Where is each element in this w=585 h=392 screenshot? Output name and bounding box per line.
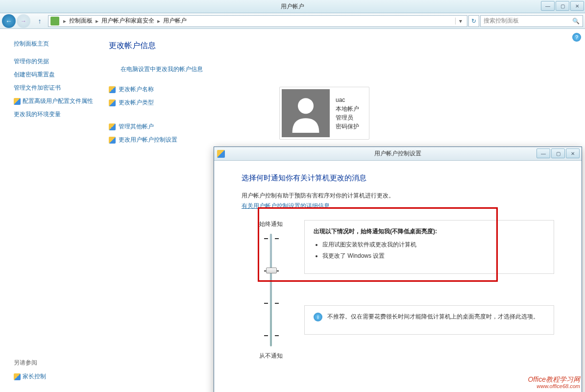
sidebar: 控制面板主页 管理你的凭据 创建密码重置盘 管理文件加密证书 配置高级用户配置文… [0, 29, 103, 392]
user-icon [289, 94, 323, 133]
watermark-line1: Office教程学习网 [528, 376, 580, 383]
search-icon: 🔍 [572, 18, 580, 24]
tick-3 [264, 335, 279, 336]
sidebar-link-env-vars[interactable]: 更改我的环境变量 [14, 108, 98, 121]
dialog-title: 用户帐户控制设置 [374, 149, 421, 158]
sidebar-footer: 另请参阅 家长控制 [14, 359, 46, 383]
close-button[interactable]: ✕ [570, 1, 584, 11]
bullet-1: 应用试图安装软件或更改我的计算机 [322, 241, 545, 249]
main: ? 控制面板主页 管理你的凭据 创建密码重置盘 管理文件加密证书 配置高级用户配… [0, 29, 585, 392]
sidebar-link-advanced-profile[interactable]: 配置高级用户配置文件属性 [14, 95, 98, 108]
search-input[interactable]: 搜索控制面板 🔍 [480, 15, 583, 27]
sidebar-heading[interactable]: 控制面板主页 [14, 40, 98, 48]
sidebar-link-credentials[interactable]: 管理你的凭据 [14, 55, 98, 68]
location-icon [50, 17, 59, 25]
titlebar: 用户帐户 — ▢ ✕ [0, 0, 585, 13]
watermark-line2: www.office68.com [528, 383, 580, 389]
sidebar-link-parental[interactable]: 家长控制 [14, 370, 46, 383]
shield-icon [217, 150, 225, 158]
bullet-2: 我更改了 Windows 设置 [322, 252, 545, 260]
desc-heading: 出现以下情况时，始终通知我(不降低桌面亮度): [314, 228, 437, 235]
crumb-sep: ▸ [95, 18, 99, 24]
breadcrumb-dropdown[interactable]: ▾ [455, 18, 465, 24]
user-pwd: 密码保护 [336, 122, 359, 131]
crumb-0[interactable]: 控制面板 [67, 17, 95, 25]
sidebar-link-encryption-cert[interactable]: 管理文件加密证书 [14, 81, 98, 95]
watermark: Office教程学习网 www.office68.com [528, 376, 580, 389]
slider-description-box: 出现以下情况时，始终通知我(不降低桌面亮度): 应用试图安装软件或更改我的计算机… [304, 220, 554, 274]
dialog-window-controls: — ▢ ✕ [536, 148, 580, 158]
desc-column: 出现以下情况时，始终通知我(不降低桌面亮度): 应用试图安装软件或更改我的计算机… [300, 220, 554, 366]
user-tile: uac 本地帐户 管理员 密码保护 [279, 87, 369, 140]
slider-track-wrap[interactable] [270, 233, 272, 347]
dialog-minimize-button[interactable]: — [536, 148, 550, 158]
slider-area: 始终通知 从不通知 出现以下情况时，始终通知我(不降 [242, 220, 554, 366]
user-role: 管理员 [336, 113, 359, 122]
desc-bullets: 应用试图安装软件或更改我的计算机 我更改了 Windows 设置 [322, 241, 545, 260]
link-pc-settings[interactable]: 在电脑设置中更改我的帐户信息 [121, 63, 573, 76]
see-also-label: 另请参阅 [14, 359, 46, 367]
user-name: uac [336, 96, 359, 104]
dialog-body: 选择何时通知你有关计算机更改的消息 用户帐户控制有助于预防有害程序对你的计算机进… [214, 161, 582, 366]
dialog-close-button[interactable]: ✕ [566, 148, 580, 158]
tick-2 [264, 303, 279, 304]
search-placeholder: 搜索控制面板 [484, 17, 519, 25]
up-button[interactable]: ↑ [34, 16, 45, 26]
page-title: 更改帐户信息 [109, 41, 573, 51]
user-info: uac 本地帐户 管理员 密码保护 [336, 96, 359, 131]
window-title: 用户帐户 [281, 2, 304, 11]
info-text: 不推荐。仅在需要花费很长时间才能降低计算机上的桌面亮度时，才选择此选项。 [327, 313, 539, 327]
crumb-sep: ▸ [62, 18, 67, 24]
tick-0 [264, 238, 279, 239]
dialog-desc: 用户帐户控制有助于预防有害程序对你的计算机进行更改。 [242, 192, 554, 200]
navbar: ← → ↑ ▸ 控制面板 ▸ 用户帐户和家庭安全 ▸ 用户帐户 ▾ ↻ 搜索控制… [0, 13, 585, 29]
svg-point-0 [298, 98, 314, 114]
window-controls: — ▢ ✕ [541, 1, 584, 11]
avatar [282, 89, 330, 137]
breadcrumb[interactable]: ▸ 控制面板 ▸ 用户帐户和家庭安全 ▸ 用户帐户 ▾ [48, 15, 467, 27]
user-type: 本地帐户 [336, 104, 359, 113]
slider-label-top: 始终通知 [242, 220, 300, 228]
refresh-button[interactable]: ↻ [468, 15, 479, 27]
uac-dialog: 用户帐户控制设置 — ▢ ✕ 选择何时通知你有关计算机更改的消息 用户帐户控制有… [214, 147, 582, 392]
slider-thumb[interactable] [266, 268, 277, 273]
dialog-heading: 选择何时通知你有关计算机更改的消息 [242, 173, 554, 183]
dialog-help-link[interactable]: 有关用户帐户控制设置的详细信息 [242, 202, 330, 209]
forward-button[interactable]: → [17, 14, 30, 28]
crumb-1[interactable]: 用户帐户和家庭安全 [99, 17, 156, 25]
minimize-button[interactable]: — [541, 1, 555, 11]
slider-column: 始终通知 从不通知 [242, 220, 300, 366]
dialog-maximize-button[interactable]: ▢ [551, 148, 565, 158]
slider-track [270, 234, 272, 346]
crumb-2[interactable]: 用户帐户 [161, 17, 189, 25]
info-icon: i [314, 313, 322, 321]
back-button[interactable]: ← [2, 14, 16, 28]
info-box: i 不推荐。仅在需要花费很长时间才能降低计算机上的桌面亮度时，才选择此选项。 [304, 305, 554, 335]
crumb-sep: ▸ [156, 18, 161, 24]
slider-label-bot: 从不通知 [242, 352, 300, 360]
dialog-titlebar: 用户帐户控制设置 — ▢ ✕ [214, 147, 582, 161]
sidebar-link-password-reset[interactable]: 创建密码重置盘 [14, 68, 98, 81]
maximize-button[interactable]: ▢ [556, 1, 569, 11]
